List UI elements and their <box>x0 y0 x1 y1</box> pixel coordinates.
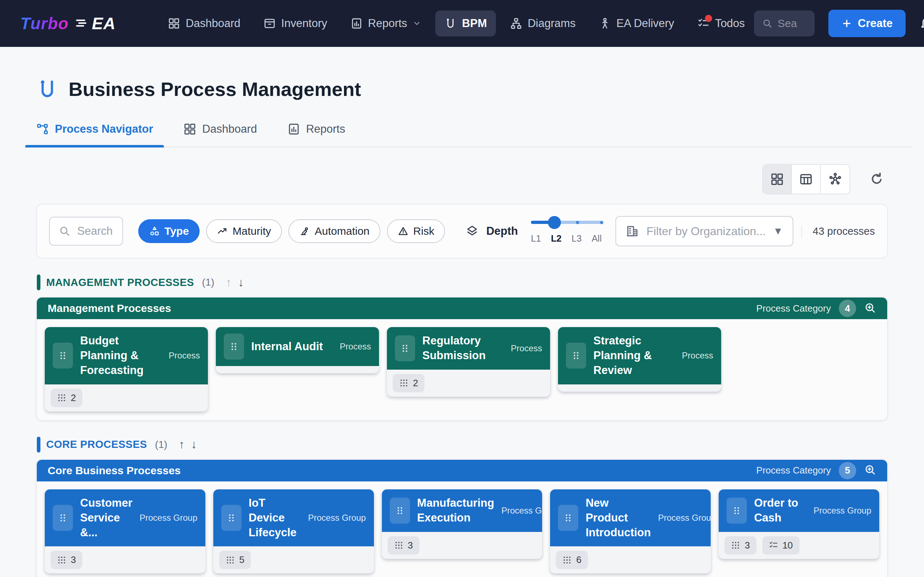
depth-slider[interactable]: L1 L2 L3 All <box>531 219 602 244</box>
notifications-button[interactable] <box>919 16 924 32</box>
drag-handle-icon[interactable] <box>727 498 747 524</box>
nav-label: Todos <box>715 17 745 30</box>
depth-level-l1[interactable]: L1 <box>531 233 541 244</box>
process-search-input[interactable] <box>77 225 114 238</box>
nav-item-diagrams[interactable]: Diagrams <box>501 10 585 36</box>
drag-handle-icon[interactable] <box>53 343 73 369</box>
tab-dashboard[interactable]: Dashboard <box>173 117 268 147</box>
filter-chip-type[interactable]: Type <box>138 219 200 243</box>
inventory-icon <box>263 17 276 29</box>
nav-item-dashboard[interactable]: Dashboard <box>159 10 249 36</box>
move-section-up-button[interactable]: ↑ <box>226 276 232 289</box>
process-type-label: Process <box>511 343 542 353</box>
drag-handle-icon[interactable] <box>221 505 241 531</box>
organization-filter-placeholder: Filter by Organization... <box>646 225 766 238</box>
child-count-badge: 3 <box>388 536 419 554</box>
move-section-up-button[interactable]: ↑ <box>179 438 185 451</box>
drag-handle-icon[interactable] <box>558 505 578 531</box>
diagram-icon <box>510 17 522 29</box>
category-count-badge: 4 <box>839 300 856 317</box>
page-tabs: Process Navigator Dashboard Reports <box>25 117 913 148</box>
filter-chip-automation[interactable]: Automation <box>288 219 380 243</box>
grid-dots-icon <box>57 393 66 403</box>
page-title: Business Process Management <box>69 78 361 100</box>
move-section-down-button[interactable]: ↓ <box>191 438 197 451</box>
filter-chip-maturity[interactable]: Maturity <box>206 219 282 243</box>
depth-slider-track[interactable] <box>531 221 602 224</box>
robot-arm-icon <box>299 226 310 237</box>
nav-item-todos[interactable]: Todos <box>688 10 754 36</box>
process-card-manufacturing-execution[interactable]: Manufacturing Execution Process Group 3 <box>382 489 543 559</box>
caret-down-icon: ▼ <box>773 226 783 237</box>
drag-handle-icon[interactable] <box>395 335 415 361</box>
tab-process-navigator[interactable]: Process Navigator <box>25 117 164 147</box>
depth-slider-handle[interactable] <box>548 216 561 229</box>
workflow-icon <box>444 17 457 29</box>
move-section-down-button[interactable]: ↓ <box>238 276 244 289</box>
table-view-button[interactable] <box>792 165 821 193</box>
tab-reports[interactable]: Reports <box>276 117 356 147</box>
nav-item-ea-delivery[interactable]: EA Delivery <box>590 10 683 36</box>
process-card-order-to-cash[interactable]: Order to Cash Process Group 3 10 <box>719 489 879 559</box>
depth-level-l2[interactable]: L2 <box>551 233 562 244</box>
depth-level-all[interactable]: All <box>591 233 602 244</box>
organization-filter-dropdown[interactable]: Filter by Organization... ▼ <box>615 216 793 246</box>
process-card-regulatory-submission[interactable]: Regulatory Submission Process 2 <box>387 327 550 397</box>
process-count: 43 processes <box>801 226 875 237</box>
process-card-iot-device-lifecycle[interactable]: IoT Device Lifecycle Process Group 5 <box>213 489 374 574</box>
reports-icon <box>287 122 300 135</box>
section-count: (1) <box>155 439 167 450</box>
app-logo[interactable]: Turbo EA <box>20 14 115 33</box>
zoom-in-icon <box>864 302 876 314</box>
section-title: MANAGEMENT PROCESSES <box>46 277 194 288</box>
building-icon <box>625 224 639 238</box>
process-card-new-product-introduction[interactable]: New Product Introduction Process Group 6 <box>550 489 711 574</box>
tab-label: Dashboard <box>202 122 257 135</box>
create-button[interactable]: Create <box>828 10 906 37</box>
drag-handle-icon[interactable] <box>224 334 244 359</box>
child-count: 3 <box>745 540 750 551</box>
page-header: Business Process Management <box>36 78 924 100</box>
nav-item-reports[interactable]: Reports <box>341 10 431 36</box>
process-card-strategic-planning[interactable]: Strategic Planning & Review Process <box>558 327 721 392</box>
todos-notification-dot <box>705 15 712 22</box>
search-placeholder: Sea <box>778 17 797 29</box>
grid-view-button[interactable] <box>763 165 792 193</box>
depth-level-l3[interactable]: L3 <box>572 233 582 244</box>
process-card-internal-audit[interactable]: Internal Audit Process <box>216 327 379 373</box>
process-type-label: Process <box>168 351 200 361</box>
section-header: CORE PROCESSES (1) ↑ ↓ <box>37 437 888 453</box>
refresh-button[interactable] <box>869 171 884 187</box>
nav-label: Reports <box>368 17 407 30</box>
global-search-input[interactable]: Sea <box>754 10 815 36</box>
drag-handle-icon[interactable] <box>390 498 410 524</box>
filter-chip-risk[interactable]: Risk <box>387 219 445 243</box>
zoom-into-category-button[interactable] <box>864 302 876 315</box>
process-type-label: Process Group <box>814 506 871 516</box>
process-title: Strategic Planning & Review <box>593 334 675 378</box>
nav-item-inventory[interactable]: Inventory <box>254 10 336 36</box>
network-view-button[interactable] <box>821 165 850 193</box>
category-count-badge: 5 <box>839 462 856 479</box>
zoom-into-category-button[interactable] <box>864 464 876 477</box>
category-card-core: Core Business Processes Process Category… <box>36 459 888 577</box>
depth-slider-dot <box>576 221 579 224</box>
grid-dots-icon <box>226 555 235 565</box>
section-color-bar <box>37 274 40 290</box>
search-icon <box>58 225 71 237</box>
grid-dots-icon <box>394 541 404 550</box>
drag-handle-icon[interactable] <box>566 343 586 369</box>
category-header[interactable]: Management Processes Process Category 4 <box>37 298 887 319</box>
bell-icon <box>919 16 924 31</box>
section-management-processes: MANAGEMENT PROCESSES (1) ↑ ↓ Management … <box>36 274 888 421</box>
category-header[interactable]: Core Business Processes Process Category… <box>37 460 887 482</box>
nav-item-bpm[interactable]: BPM <box>435 10 496 36</box>
process-card-budget-planning[interactable]: Budget Planning & Forecasting Process 2 <box>45 327 208 411</box>
view-mode-switcher <box>762 164 850 194</box>
grid-dots-icon <box>57 555 66 565</box>
network-view-icon <box>828 172 842 186</box>
child-count: 5 <box>239 554 244 566</box>
drag-handle-icon[interactable] <box>53 505 73 531</box>
process-card-customer-service[interactable]: Customer Service &... Process Group 3 <box>45 489 205 574</box>
person-icon <box>599 17 611 29</box>
